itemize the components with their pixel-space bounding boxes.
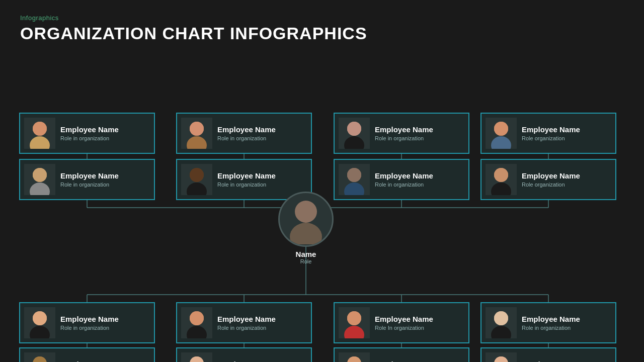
avatar <box>339 118 370 149</box>
center-role: Role <box>300 258 312 264</box>
avatar <box>24 164 55 195</box>
avatar <box>181 352 212 362</box>
svg-point-31 <box>190 122 204 136</box>
svg-point-71 <box>347 311 361 325</box>
center-name: Name <box>296 250 316 258</box>
employee-name: Employee Name <box>217 125 307 134</box>
center-node: Name Role <box>278 192 334 264</box>
svg-point-79 <box>494 311 508 325</box>
employee-name: Employee Name <box>522 125 611 134</box>
employee-card: Employee NameRole in organization <box>334 113 469 154</box>
employee-card: Employee NameRole in organization <box>19 159 155 200</box>
avatar <box>181 307 212 338</box>
employee-card: Employee NameRole in organization <box>176 302 312 343</box>
employee-name: Employee Name <box>60 125 150 134</box>
svg-point-39 <box>347 122 361 136</box>
employee-name: Employee Name <box>375 125 464 134</box>
employee-name: Employee Name <box>375 171 464 180</box>
employee-role: Role organization <box>522 135 611 141</box>
employee-role: Role in organization <box>217 135 307 141</box>
avatar <box>339 164 370 195</box>
org-chart: Employee NameRole in organization Employ… <box>0 48 644 355</box>
employee-role: Role in organization <box>60 135 150 141</box>
avatar <box>486 164 517 195</box>
employee-role: Role in organization <box>375 135 464 141</box>
employee-card: Employee NameRole organization <box>19 347 155 362</box>
employee-card: Employee NameRole In organization <box>334 302 469 343</box>
avatar <box>24 352 55 362</box>
avatar <box>181 164 212 195</box>
svg-point-43 <box>347 168 361 182</box>
employee-card: Employee NameRole in organization <box>334 159 469 200</box>
avatar <box>339 352 370 362</box>
avatar <box>339 307 370 338</box>
employee-name: Employee Name <box>60 171 150 180</box>
employee-role: Role in organization <box>522 325 611 331</box>
employee-card: Employee NameRole organization <box>480 113 616 154</box>
employee-card: Employee NameRole in organization <box>480 302 616 343</box>
subtitle: Infographics <box>20 14 624 22</box>
employee-card: Employee NameRole in organization <box>334 347 469 362</box>
employee-card: Employee NameRole organization <box>480 159 616 200</box>
svg-point-27 <box>33 168 47 182</box>
employee-name: Employee Name <box>217 360 307 362</box>
svg-point-35 <box>190 168 204 182</box>
employee-name: Employee Name <box>60 360 150 362</box>
header: Infographics ORGANIZATION CHART INFOGRAP… <box>0 0 644 48</box>
employee-name: Employee Name <box>60 315 150 324</box>
employee-role: Role in organization <box>60 325 150 331</box>
avatar <box>181 118 212 149</box>
employee-name: Employee Name <box>375 360 464 362</box>
main-title: ORGANIZATION CHART INFOGRAPHICS <box>20 24 624 43</box>
svg-point-47 <box>494 122 508 136</box>
avatar <box>486 307 517 338</box>
employee-card: Employee NameRole in organization <box>480 347 616 362</box>
employee-name: Employee Name <box>522 315 611 324</box>
employee-card: Employee NameRole in organization <box>176 347 312 362</box>
employee-role: Role In organization <box>375 325 464 331</box>
employee-name: Employee Name <box>375 315 464 324</box>
employee-card: Employee NameRole in organization <box>176 113 312 154</box>
employee-name: Employee Name <box>522 171 611 180</box>
svg-point-84 <box>295 201 317 223</box>
employee-role: Role in organization <box>375 182 464 188</box>
employee-card: Employee NameRole in organization <box>19 302 155 343</box>
avatar <box>24 307 55 338</box>
employee-role: Role in organization <box>217 182 307 188</box>
employee-name: Employee Name <box>522 360 611 362</box>
svg-point-63 <box>190 311 204 325</box>
svg-point-55 <box>33 311 47 325</box>
avatar <box>24 118 55 149</box>
employee-name: Employee Name <box>217 171 307 180</box>
svg-point-23 <box>33 122 47 136</box>
svg-point-85 <box>290 223 322 244</box>
employee-role: Role in organization <box>217 325 307 331</box>
avatar <box>486 118 517 149</box>
employee-role: Role in organization <box>60 182 150 188</box>
employee-name: Employee Name <box>217 315 307 324</box>
employee-role: Role organization <box>522 182 611 188</box>
svg-point-51 <box>494 168 508 182</box>
avatar <box>486 352 517 362</box>
employee-card: Employee NameRole in organization <box>19 113 155 154</box>
